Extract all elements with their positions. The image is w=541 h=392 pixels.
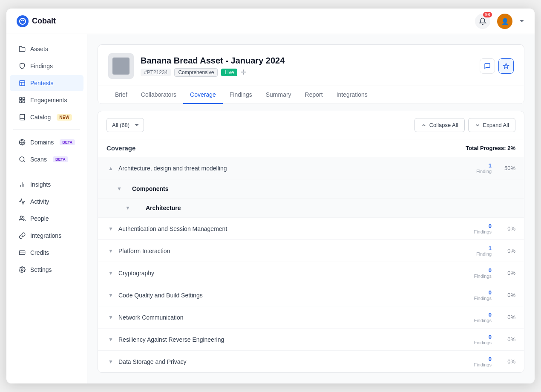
sidebar-label-scans: Scans [30,156,47,163]
cov-count-label-resiliency: Findings [474,340,492,345]
sidebar-item-engagements[interactable]: Engagements [10,92,83,108]
sidebar-item-domains[interactable]: Domains BETA [10,134,83,150]
notification-button[interactable]: 98 [475,14,490,29]
cov-count-label-network: Findings [474,318,492,323]
svg-rect-5 [20,101,22,103]
sidebar-item-people[interactable]: People [10,210,83,227]
coverage-header-row: Coverage Total Progress: 2% [98,139,524,157]
cov-row-auth-session[interactable]: ▼ Authentication and Session Management … [98,217,524,239]
sidebar-label-credits: Credits [30,249,49,256]
chevron-down-icon-data-storage: ▼ [106,357,115,366]
sidebar-item-pentests[interactable]: Pentests [10,75,83,91]
sidebar-item-catalog[interactable]: Catalog NEW [10,109,83,125]
cov-pct-platform: 0% [500,248,515,254]
cov-row-resiliency[interactable]: ▼ Resiliency Against Reverse Engineering… [98,328,524,350]
sidebar-item-scans[interactable]: Scans BETA [10,151,83,167]
cov-row-crypto[interactable]: ▼ Cryptography 0 Findings 0% [98,262,524,284]
tab-summary[interactable]: Summary [259,86,298,104]
cov-label-components: Components [127,185,515,192]
sidebar-item-activity[interactable]: Activity [10,193,83,210]
sidebar-label-settings: Settings [30,266,52,273]
shield-icon [18,62,26,70]
expand-all-label: Expand All [483,122,509,128]
people-icon [18,215,26,222]
cov-stats-resiliency: 0 Findings [458,334,492,345]
chevron-down-icon-auth: ▼ [106,225,115,233]
chevron-down-icon-platform: ▼ [106,247,115,255]
cov-row-architecture[interactable]: ▼ Architecture [98,198,524,217]
coverage-filter-select[interactable]: All (68) [106,118,144,132]
cov-stats-network: 0 Findings [458,311,492,323]
sidebar-label-integrations: Integrations [30,232,61,239]
cov-label-architecture: Architecture [135,205,515,211]
cov-row-code-quality[interactable]: ▼ Code Quality and Build Settings 0 Find… [98,284,524,306]
collapse-all-button[interactable]: Collapse All [414,118,465,132]
pin-button[interactable] [498,58,514,74]
expand-all-button[interactable]: Expand All [468,118,515,132]
asset-header: Banana Bread Asset - January 2024 #PT212… [108,53,514,79]
asset-id-tag: #PT21234 [141,69,171,76]
cov-row-data-storage[interactable]: ▼ Data Storage and Privacy 0 Findings 0% [98,350,524,372]
cov-stats-data-storage: 0 Findings [458,356,492,367]
sidebar-item-findings[interactable]: Findings [10,58,83,74]
total-progress-value: 2% [507,145,515,151]
cov-pct-network: 0% [500,314,515,320]
cov-stats-platform: 1 Finding [458,245,492,257]
sidebar-label-domains: Domains [30,139,54,146]
tab-brief[interactable]: Brief [108,86,134,104]
asset-thumbnail [108,53,134,79]
chevron-down-icon-network: ▼ [106,313,115,322]
cov-row-arch-design[interactable]: ▲ Architecture, design and threat modell… [98,157,524,179]
cov-pct-crypto: 0% [500,270,515,276]
asset-status-tag: Live [221,69,237,76]
pentest-icon [18,79,26,87]
logo-icon [17,15,29,27]
comment-button[interactable] [480,58,495,74]
sidebar-label-activity: Activity [30,198,49,205]
svg-rect-4 [23,101,25,103]
total-progress-label: Total Progress: [466,145,506,151]
svg-rect-14 [19,251,25,254]
tab-report[interactable]: Report [298,86,330,104]
grid-icon: ✛ [241,68,246,76]
sidebar-item-assets[interactable]: Assets [10,41,83,57]
cov-row-components[interactable]: ▼ Components [98,179,524,198]
app-name: Cobalt [32,17,56,26]
avatar[interactable]: 👤 [497,14,512,29]
tab-findings[interactable]: Findings [223,86,259,104]
sidebar-item-settings[interactable]: Settings [10,262,83,278]
tab-collaborators[interactable]: Collaborators [134,86,183,104]
tab-integrations[interactable]: Integrations [330,86,374,104]
sidebar-item-integrations[interactable]: Integrations [10,228,83,244]
collapse-all-label: Collapse All [429,122,458,128]
cov-count-label-data-storage: Findings [474,362,492,367]
svg-point-0 [20,18,26,24]
credits-icon [18,249,26,257]
cov-count-label-auth: Findings [474,229,492,234]
asset-actions [480,58,514,74]
sidebar: Assets Findings Pentests Engagements [6,34,87,383]
content-area: Banana Bread Asset - January 2024 #PT212… [87,34,535,383]
expand-icon [475,122,481,128]
cov-row-platform[interactable]: ▼ Platform Interaction 1 Finding 0% [98,239,524,262]
cov-count-auth: 0 [489,223,492,229]
total-progress: Total Progress: 2% [466,145,515,151]
settings-icon [18,266,26,274]
cov-row-network[interactable]: ▼ Network Communication 0 Findings 0% [98,306,524,328]
cov-count-label-code: Findings [474,296,492,301]
cov-pct-code: 0% [500,292,515,298]
cov-count-crypto: 0 [489,267,492,274]
activity-icon [18,198,26,205]
cov-count-label-arch: Finding [476,169,492,174]
tab-coverage[interactable]: Coverage [183,86,223,104]
chevron-down-icon-components: ▼ [115,184,124,193]
toolbar-actions: Collapse All Expand All [414,118,515,132]
svg-point-8 [20,157,24,161]
sidebar-label-engagements: Engagements [30,97,67,104]
sidebar-item-credits[interactable]: Credits [10,245,83,261]
cov-count-network: 0 [489,311,492,318]
cov-label-data-storage: Data Storage and Privacy [118,358,458,365]
sidebar-label-people: People [30,215,49,222]
cov-stats-code: 0 Findings [458,289,492,301]
sidebar-item-insights[interactable]: Insights [10,176,83,193]
